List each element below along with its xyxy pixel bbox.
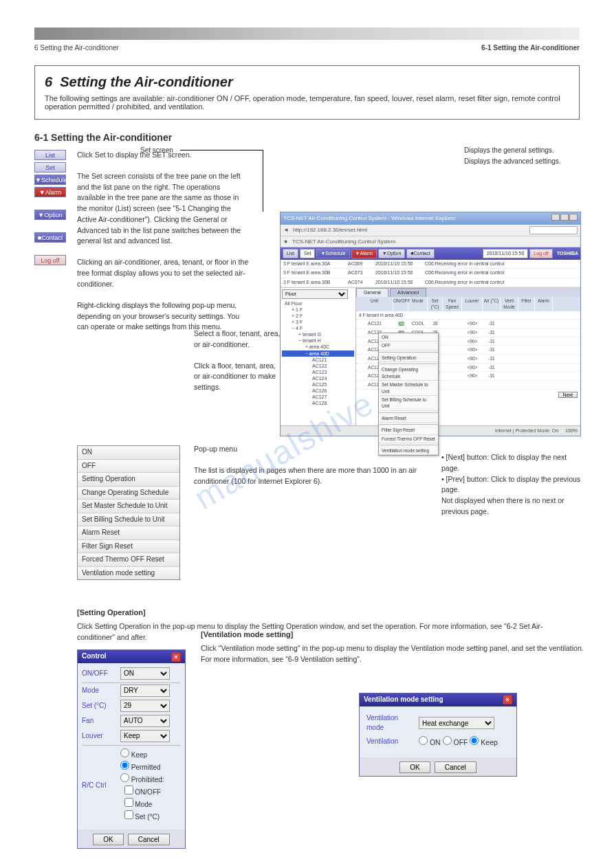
tree-ac[interactable]: AC124	[282, 375, 354, 381]
vent-cancel-button[interactable]: Cancel	[435, 761, 476, 773]
tab-label[interactable]: TCS-NET Air-Conditioning Control System	[292, 238, 395, 246]
mb-logoff[interactable]: Log off	[529, 249, 552, 258]
mb-contact[interactable]: ■Contact	[406, 249, 434, 258]
search-box[interactable]	[529, 226, 578, 234]
ctx-item[interactable]: Ventilation mode setting	[78, 567, 179, 580]
tree-ac[interactable]: AC125	[282, 381, 354, 388]
callout-paged: The list is displayed in pages when ther…	[194, 465, 428, 487]
rc-prohibit-mode[interactable]: Mode	[124, 801, 153, 808]
vent-ok-button[interactable]: OK	[399, 761, 430, 773]
vent-mode-select[interactable]: Heat exchange	[419, 717, 494, 729]
nav-list-button[interactable]: List	[34, 150, 66, 160]
window-buttons[interactable]	[551, 214, 578, 223]
context-menu-mini[interactable]: ON OFF Setting Operation Change Operatin…	[378, 333, 439, 456]
control-ok-button[interactable]: OK	[93, 834, 123, 845]
nav-sidebar: List Set ▼Schedule ▼Alarm ▼Option ■Conta…	[34, 150, 67, 868]
fan-select[interactable]: AUTO	[120, 715, 170, 727]
control-panel: Control × ON/OFFON ModeDRY Set (°C)29 Fa…	[77, 649, 186, 849]
tree-ac[interactable]: AC128	[282, 400, 354, 406]
rc-prohibit-onoff[interactable]: ON/OFF	[124, 788, 162, 796]
mb-set[interactable]: Set	[300, 249, 316, 258]
rc-prohibit-set[interactable]: Set (°C)	[124, 813, 160, 821]
tree-ac[interactable]: AC123	[282, 369, 354, 375]
tree-root[interactable]: All Floor	[282, 300, 354, 307]
vent-keep[interactable]: Keep	[470, 738, 497, 746]
control-cancel-button[interactable]: Cancel	[128, 834, 170, 845]
next-button[interactable]: Next	[558, 392, 578, 398]
set-select[interactable]: 29	[120, 700, 170, 712]
tree-floor[interactable]: + 1 F	[282, 307, 354, 313]
ctx-item[interactable]: Filter Sign Reset	[78, 540, 179, 554]
rc-prohibited[interactable]: Prohibited:	[120, 776, 164, 783]
ctx-item[interactable]: Alarm Reset	[78, 526, 179, 540]
address-url: http://192.168.2.30/en/set.html	[293, 226, 525, 234]
nav-option-button[interactable]: ▼Option	[34, 210, 66, 220]
tree-ac[interactable]: AC127	[282, 394, 354, 400]
vent-mode-label: Ventilation mode	[366, 713, 415, 733]
mb-option[interactable]: ▼Option	[378, 249, 406, 258]
tree-area-selected[interactable]: − area 40D	[282, 350, 354, 357]
tree-area[interactable]: + area 40C	[282, 344, 354, 350]
ctx-item[interactable]: Set Billing Schedule to Unit	[78, 513, 179, 527]
ctx-item[interactable]: Set Master Schedule to Unit	[78, 500, 179, 513]
close-icon[interactable]: ×	[171, 652, 181, 662]
tree-tenant[interactable]: + tenant G	[282, 331, 354, 337]
callout-set-screen: Set screen	[140, 146, 173, 156]
brand-label: TOSHIBA	[557, 250, 578, 257]
callout-next-btn: • [Next] button: Click to display the ne…	[441, 452, 586, 474]
set-label: Set (°C)	[82, 701, 116, 711]
tree-floor[interactable]: + 2 F	[282, 313, 354, 319]
tree-ac[interactable]: AC122	[282, 363, 354, 369]
tree-ac[interactable]: AC121	[282, 357, 354, 363]
nav-logoff-button[interactable]: Log off	[34, 255, 66, 265]
nav-back-icon[interactable]: ◄	[283, 226, 289, 234]
mb-schedule[interactable]: ▼Schedule	[316, 249, 349, 258]
callout-prev-btn: • [Prev] button: Click to display the pr…	[441, 474, 586, 496]
table-row[interactable]: AC121ONCOOL28<90>-31	[356, 320, 580, 329]
intro-para-2: The Set screen consists of the tree pane…	[77, 171, 249, 247]
tree-ac[interactable]: AC126	[282, 388, 354, 394]
breadcrumb-left: 6 Setting the Air-conditioner	[34, 44, 119, 52]
rc-keep[interactable]: Keep	[120, 751, 147, 759]
tree-selector[interactable]: Floor	[282, 289, 348, 299]
ctx-item[interactable]: Setting Operation	[78, 473, 179, 487]
callout-line	[180, 150, 263, 151]
callout-select-tree: Select a floor, tenant, area, or air-con…	[194, 329, 283, 350]
tab-general[interactable]: General	[356, 288, 388, 297]
close-icon[interactable]: ×	[503, 695, 512, 704]
tree-floor[interactable]: + 3 F	[282, 319, 354, 325]
ctx-item[interactable]: Forced Thermo OFF Reset	[78, 553, 179, 567]
ctx-item[interactable]: OFF	[78, 460, 179, 474]
ctx-item[interactable]: ON	[78, 446, 179, 460]
nav-schedule-button[interactable]: ▼Schedule	[34, 175, 66, 185]
header-gradient-bar	[34, 27, 580, 40]
ctx-item[interactable]: Change Operating Schedule	[78, 487, 179, 500]
favorites-icon[interactable]: ★	[283, 238, 288, 246]
callout-not-displayed: Not displayed when there is no next or p…	[441, 496, 586, 518]
area-label: 4 F tenant H area 40D	[356, 311, 580, 320]
louver-select[interactable]: Keep	[120, 730, 170, 742]
nav-alarm-button[interactable]: ▼Alarm	[34, 187, 66, 197]
callout-click-list: Click a floor, tenant, area, or air-cond…	[194, 361, 283, 393]
grid-header: UnitON/OFFModeSet (°C)Fan SpeedLouverAir…	[356, 297, 580, 311]
nav-contact-button[interactable]: ■Contact	[34, 232, 66, 243]
mode-select[interactable]: DRY	[120, 685, 170, 697]
address-bar[interactable]: ◄ http://192.168.2.30/en/set.html	[281, 225, 580, 236]
onoff-select[interactable]: ON	[120, 667, 170, 680]
breadcrumb-right: 6-1 Setting the Air-conditioner	[481, 44, 580, 52]
tab-advanced[interactable]: Advanced	[390, 288, 426, 297]
subsection-title: 6-1 Setting the Air-conditioner	[34, 132, 580, 143]
vent-off[interactable]: OFF	[443, 738, 468, 746]
tree-tenant[interactable]: − tenant H	[282, 337, 354, 344]
app-menubar: List Set ▼Schedule ▼Alarm ▼Option ■Conta…	[281, 247, 580, 260]
mb-alarm[interactable]: ▼Alarm	[351, 249, 377, 258]
tree-pane[interactable]: Floor All Floor + 1 F + 2 F + 3 F − 4 F …	[281, 288, 356, 425]
alarm-row: 3 F tenant E area 30AAC0692010/11/10 15:…	[281, 260, 580, 269]
rc-permitted[interactable]: Permitted	[120, 764, 161, 771]
section-title: Setting the Air-conditioner	[60, 74, 232, 89]
vent-on[interactable]: ON	[419, 738, 441, 746]
nav-set-button[interactable]: Set	[34, 162, 66, 173]
mb-list[interactable]: List	[283, 249, 298, 258]
tree-floor[interactable]: − 4 F	[282, 325, 354, 331]
alarm-list: 3 F tenant E area 30AAC0692010/11/10 15:…	[281, 260, 580, 287]
